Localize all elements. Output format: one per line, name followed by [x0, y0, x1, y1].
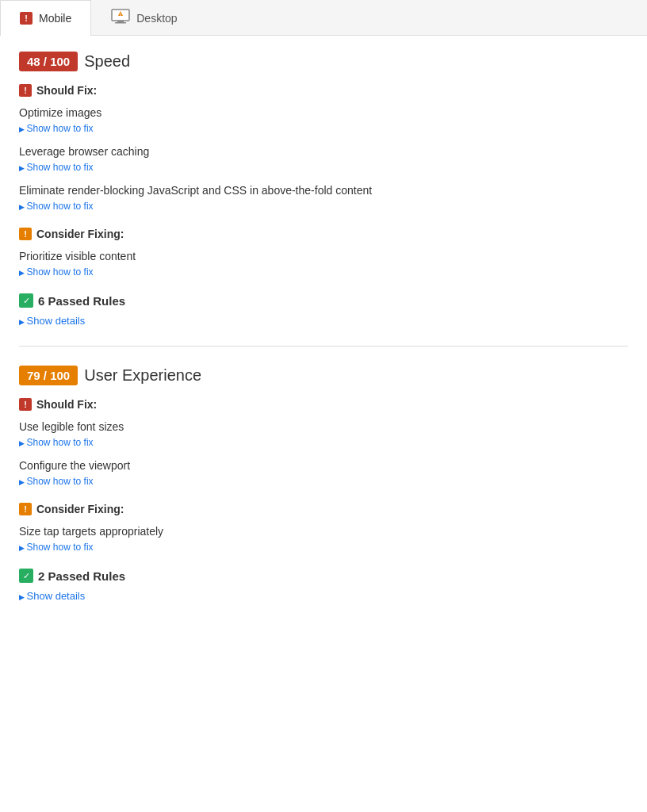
tabs-bar: ! Mobile Desktop — [0, 0, 647, 36]
speed-passed-checkmark: ✓ — [19, 293, 33, 308]
consider-fix-orange-icon: ! — [19, 228, 32, 240]
speed-fix-item-3: Eliminate render-blocking JavaScript and… — [19, 184, 628, 212]
consider-fix-label: Consider Fixing: — [36, 228, 124, 240]
ux-consider-heading: ! Consider Fixing: — [19, 503, 628, 515]
speed-show-how-1[interactable]: Show how to fix — [19, 123, 94, 134]
tab-desktop-label: Desktop — [136, 12, 177, 25]
ux-passed-count: 2 Passed Rules — [38, 569, 125, 583]
mobile-icon: ! — [20, 12, 33, 25]
ux-consider-fix-label: Consider Fixing: — [36, 503, 124, 515]
ux-section-header: 79 / 100 User Experience — [19, 366, 628, 385]
speed-section-header: 48 / 100 Speed — [19, 52, 628, 71]
speed-fix-item-1: Optimize images Show how to fix — [19, 106, 628, 134]
tab-mobile[interactable]: ! Mobile — [0, 0, 91, 36]
ux-passed-rules: ✓ 2 Passed Rules Show details — [19, 569, 628, 602]
svg-rect-5 — [121, 13, 121, 15]
speed-show-how-2[interactable]: Show how to fix — [19, 162, 94, 173]
should-fix-red-icon: ! — [19, 84, 32, 97]
speed-fix-title-1: Optimize images — [19, 106, 628, 119]
speed-should-fix-section: ! Should Fix: Optimize images Show how t… — [19, 84, 628, 212]
ux-should-fix-section: ! Should Fix: Use legible font sizes Sho… — [19, 398, 628, 487]
speed-passed-rules-row: ✓ 6 Passed Rules — [19, 293, 628, 308]
svg-rect-6 — [121, 15, 121, 16]
desktop-icon — [111, 9, 130, 27]
speed-consider-title-1: Prioritize visible content — [19, 250, 628, 262]
ux-should-fix-label: Should Fix: — [36, 398, 97, 411]
ux-show-how-1[interactable]: Show how to fix — [19, 437, 94, 448]
ux-score-badge: 79 / 100 — [19, 366, 78, 385]
ux-should-fix-red-icon: ! — [19, 398, 32, 411]
ux-consider-fixing-section: ! Consider Fixing: Size tap targets appr… — [19, 503, 628, 553]
tab-desktop[interactable]: Desktop — [91, 0, 197, 35]
ux-consider-title-1: Size tap targets appropriately — [19, 525, 628, 538]
speed-passed-count: 6 Passed Rules — [38, 294, 125, 308]
speed-consider-item-1: Prioritize visible content Show how to f… — [19, 250, 628, 278]
ux-should-fix-heading: ! Should Fix: — [19, 398, 628, 411]
should-fix-label: Should Fix: — [36, 84, 97, 97]
speed-show-details[interactable]: Show details — [19, 315, 85, 327]
ux-fix-title-1: Use legible font sizes — [19, 420, 628, 433]
ux-passed-checkmark: ✓ — [19, 569, 33, 583]
ux-fix-title-2: Configure the viewport — [19, 459, 628, 472]
ux-fix-item-1: Use legible font sizes Show how to fix — [19, 420, 628, 448]
ux-title: User Experience — [84, 366, 201, 385]
main-content: 48 / 100 Speed ! Should Fix: Optimize im… — [0, 36, 647, 618]
ux-show-details[interactable]: Show details — [19, 590, 85, 602]
ux-passed-rules-row: ✓ 2 Passed Rules — [19, 569, 628, 583]
section-divider — [19, 346, 628, 347]
svg-rect-1 — [117, 21, 124, 22]
tab-mobile-label: Mobile — [39, 12, 71, 25]
svg-rect-2 — [115, 22, 126, 24]
speed-fix-item-2: Leverage browser caching Show how to fix — [19, 145, 628, 173]
speed-title: Speed — [84, 52, 130, 71]
speed-show-how-3[interactable]: Show how to fix — [19, 201, 94, 212]
ux-consider-fix-orange-icon: ! — [19, 503, 32, 515]
speed-should-fix-heading: ! Should Fix: — [19, 84, 628, 97]
ux-show-how-2[interactable]: Show how to fix — [19, 476, 94, 487]
speed-fix-title-2: Leverage browser caching — [19, 145, 628, 158]
speed-consider-show-how-1[interactable]: Show how to fix — [19, 266, 94, 278]
speed-consider-heading: ! Consider Fixing: — [19, 228, 628, 240]
ux-fix-item-2: Configure the viewport Show how to fix — [19, 459, 628, 487]
speed-passed-rules: ✓ 6 Passed Rules Show details — [19, 293, 628, 327]
ux-consider-item-1: Size tap targets appropriately Show how … — [19, 525, 628, 553]
ux-consider-show-how-1[interactable]: Show how to fix — [19, 542, 94, 553]
speed-consider-fixing-section: ! Consider Fixing: Prioritize visible co… — [19, 228, 628, 278]
speed-fix-title-3: Eliminate render-blocking JavaScript and… — [19, 184, 628, 197]
speed-score-badge: 48 / 100 — [19, 52, 78, 71]
